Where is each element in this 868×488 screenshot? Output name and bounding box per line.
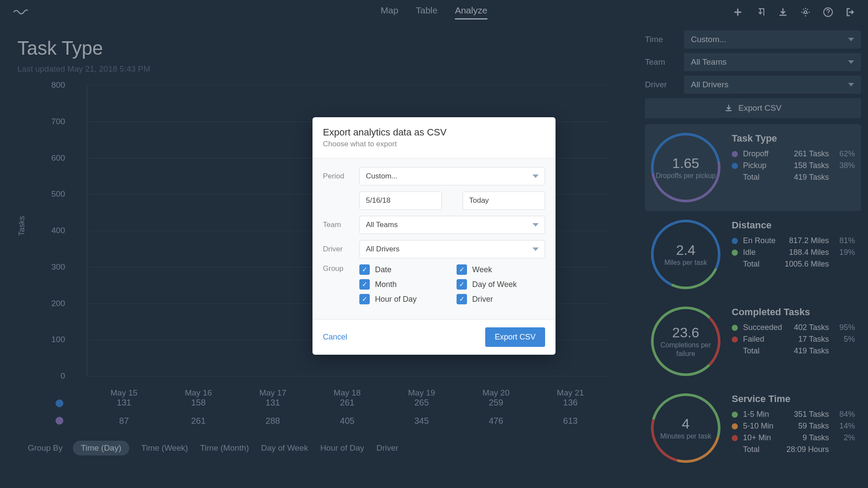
checkbox-driver[interactable]: ✓Driver xyxy=(457,294,545,304)
modal-group-label: Group xyxy=(323,264,354,273)
chevron-down-icon xyxy=(533,175,539,178)
check-icon: ✓ xyxy=(359,264,370,275)
modal-period-select[interactable]: Custom... xyxy=(359,167,545,185)
modal-date-to[interactable]: Today xyxy=(463,191,545,210)
modal-driver-label: Driver xyxy=(323,245,354,254)
modal-driver-select[interactable]: All Drivers xyxy=(359,240,545,258)
modal-cancel-button[interactable]: Cancel xyxy=(323,333,347,342)
modal-title: Export analytics data as CSV xyxy=(323,127,545,138)
modal-team-select[interactable]: All Teams xyxy=(359,216,545,234)
modal-subtitle: Choose what to export xyxy=(323,140,545,148)
check-icon: ✓ xyxy=(359,279,370,290)
checkbox-month[interactable]: ✓Month xyxy=(359,279,448,290)
checkbox-date[interactable]: ✓Date xyxy=(359,264,448,275)
checkbox-hour-of-day[interactable]: ✓Hour of Day xyxy=(359,294,448,304)
check-icon: ✓ xyxy=(457,264,467,275)
chevron-down-icon xyxy=(533,223,539,227)
modal-team-label: Team xyxy=(323,221,354,229)
check-icon: ✓ xyxy=(457,294,467,304)
modal-export-button[interactable]: Export CSV xyxy=(485,327,545,347)
chevron-down-icon xyxy=(533,247,539,251)
modal-date-from[interactable]: 5/16/18 xyxy=(359,191,442,210)
modal-period-label: Period xyxy=(323,172,354,181)
check-icon: ✓ xyxy=(457,279,467,290)
check-icon: ✓ xyxy=(359,294,370,304)
checkbox-day-of-week[interactable]: ✓Day of Week xyxy=(457,279,545,290)
export-modal: Export analytics data as CSV Choose what… xyxy=(312,117,556,355)
modal-overlay: Export analytics data as CSV Choose what… xyxy=(0,0,868,488)
checkbox-week[interactable]: ✓Week xyxy=(457,264,545,275)
